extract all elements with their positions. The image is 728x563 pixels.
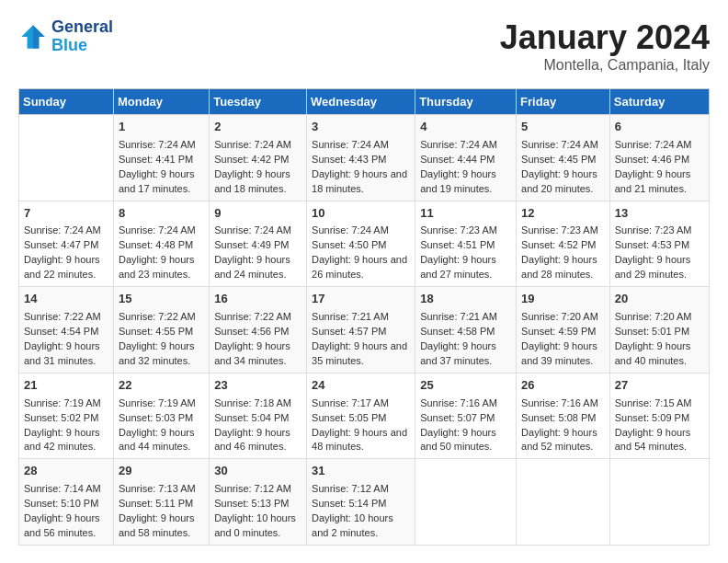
calendar-cell: 27Sunrise: 7:15 AMSunset: 5:09 PMDayligh… — [609, 373, 709, 459]
sunrise-text: Sunrise: 7:12 AM — [214, 483, 291, 494]
day-number: 10 — [312, 205, 410, 223]
calendar-week-row: 28Sunrise: 7:14 AMSunset: 5:10 PMDayligh… — [19, 459, 710, 546]
day-number: 22 — [119, 377, 204, 395]
logo: General Blue — [18, 18, 113, 55]
sunrise-text: Sunrise: 7:24 AM — [24, 224, 101, 236]
sunrise-text: Sunrise: 7:14 AM — [24, 483, 101, 494]
calendar-cell: 30Sunrise: 7:12 AMSunset: 5:13 PMDayligh… — [210, 459, 307, 546]
calendar-cell: 17Sunrise: 7:21 AMSunset: 4:57 PMDayligh… — [307, 287, 415, 373]
daylight-text: Daylight: 9 hours and 35 minutes. — [312, 340, 407, 366]
day-number: 2 — [214, 119, 301, 136]
day-number: 25 — [420, 377, 511, 395]
daylight-text: Daylight: 9 hours and 18 minutes. — [312, 168, 407, 194]
calendar-cell — [415, 459, 517, 546]
calendar-cell: 20Sunrise: 7:20 AMSunset: 5:01 PMDayligh… — [609, 287, 709, 373]
day-number: 26 — [521, 377, 605, 395]
sunrise-text: Sunrise: 7:21 AM — [420, 311, 497, 322]
logo-icon — [18, 22, 48, 52]
daylight-text: Daylight: 9 hours and 31 minutes. — [24, 340, 100, 366]
calendar-cell: 24Sunrise: 7:17 AMSunset: 5:05 PMDayligh… — [307, 373, 415, 459]
sunrise-text: Sunrise: 7:24 AM — [420, 139, 497, 150]
sunset-text: Sunset: 5:02 PM — [24, 412, 98, 423]
sunrise-text: Sunrise: 7:19 AM — [119, 397, 196, 408]
day-number: 4 — [420, 119, 511, 136]
sunrise-text: Sunrise: 7:19 AM — [24, 397, 101, 408]
sunset-text: Sunset: 4:51 PM — [420, 239, 495, 250]
sunset-text: Sunset: 4:56 PM — [214, 326, 289, 337]
sunset-text: Sunset: 4:53 PM — [615, 239, 689, 250]
calendar-cell: 9Sunrise: 7:24 AMSunset: 4:49 PMDaylight… — [210, 201, 307, 287]
day-header: Monday — [113, 89, 209, 115]
calendar-cell: 5Sunrise: 7:24 AMSunset: 4:45 PMDaylight… — [517, 115, 610, 201]
sunset-text: Sunset: 4:52 PM — [521, 239, 596, 250]
sunrise-text: Sunrise: 7:21 AM — [312, 311, 389, 322]
calendar-cell: 25Sunrise: 7:16 AMSunset: 5:07 PMDayligh… — [415, 373, 517, 459]
sunset-text: Sunset: 4:48 PM — [119, 239, 193, 250]
day-number: 14 — [24, 291, 108, 308]
calendar-table: SundayMondayTuesdayWednesdayThursdayFrid… — [18, 88, 710, 546]
sunrise-text: Sunrise: 7:12 AM — [312, 483, 389, 494]
daylight-text: Daylight: 10 hours and 0 minutes. — [214, 512, 296, 538]
day-number: 3 — [312, 119, 410, 136]
calendar-cell: 7Sunrise: 7:24 AMSunset: 4:47 PMDaylight… — [19, 201, 114, 287]
calendar-cell: 18Sunrise: 7:21 AMSunset: 4:58 PMDayligh… — [415, 287, 517, 373]
sunrise-text: Sunrise: 7:24 AM — [521, 139, 598, 150]
daylight-text: Daylight: 9 hours and 40 minutes. — [615, 340, 691, 366]
header-row: SundayMondayTuesdayWednesdayThursdayFrid… — [19, 89, 710, 115]
calendar-cell: 19Sunrise: 7:20 AMSunset: 4:59 PMDayligh… — [517, 287, 610, 373]
sunset-text: Sunset: 4:50 PM — [312, 239, 386, 250]
daylight-text: Daylight: 9 hours and 19 minutes. — [420, 168, 496, 194]
sunrise-text: Sunrise: 7:23 AM — [420, 224, 497, 236]
day-number: 16 — [214, 291, 301, 308]
calendar-cell: 3Sunrise: 7:24 AMSunset: 4:43 PMDaylight… — [307, 115, 415, 201]
daylight-text: Daylight: 9 hours and 27 minutes. — [420, 254, 496, 280]
sunset-text: Sunset: 4:45 PM — [521, 154, 596, 165]
day-number: 15 — [119, 291, 204, 308]
sunrise-text: Sunrise: 7:20 AM — [521, 311, 598, 322]
day-number: 24 — [312, 377, 410, 395]
calendar-cell: 22Sunrise: 7:19 AMSunset: 5:03 PMDayligh… — [113, 373, 209, 459]
sunrise-text: Sunrise: 7:22 AM — [214, 311, 291, 322]
calendar-cell — [19, 115, 114, 201]
sunset-text: Sunset: 5:13 PM — [214, 498, 289, 509]
day-number: 6 — [615, 119, 704, 136]
calendar-week-row: 21Sunrise: 7:19 AMSunset: 5:02 PMDayligh… — [19, 373, 710, 459]
daylight-text: Daylight: 9 hours and 37 minutes. — [420, 340, 496, 366]
sunset-text: Sunset: 5:10 PM — [24, 498, 98, 509]
day-number: 11 — [420, 205, 511, 223]
calendar-cell: 28Sunrise: 7:14 AMSunset: 5:10 PMDayligh… — [19, 459, 114, 546]
daylight-text: Daylight: 9 hours and 32 minutes. — [119, 340, 195, 366]
calendar-cell: 6Sunrise: 7:24 AMSunset: 4:46 PMDaylight… — [609, 115, 709, 201]
sunrise-text: Sunrise: 7:24 AM — [214, 139, 291, 150]
daylight-text: Daylight: 9 hours and 17 minutes. — [119, 168, 195, 194]
location-title: Montella, Campania, Italy — [500, 57, 710, 74]
sunrise-text: Sunrise: 7:24 AM — [119, 139, 196, 150]
calendar-cell: 13Sunrise: 7:23 AMSunset: 4:53 PMDayligh… — [609, 201, 709, 287]
daylight-text: Daylight: 9 hours and 23 minutes. — [119, 254, 195, 280]
calendar-cell: 1Sunrise: 7:24 AMSunset: 4:41 PMDaylight… — [113, 115, 209, 201]
month-title: January 2024 — [500, 18, 710, 57]
sunrise-text: Sunrise: 7:24 AM — [312, 139, 389, 150]
sunrise-text: Sunrise: 7:24 AM — [119, 224, 196, 236]
daylight-text: Daylight: 9 hours and 22 minutes. — [24, 254, 100, 280]
day-header: Friday — [517, 89, 610, 115]
daylight-text: Daylight: 9 hours and 58 minutes. — [119, 512, 195, 538]
sunset-text: Sunset: 4:59 PM — [521, 326, 596, 337]
sunrise-text: Sunrise: 7:23 AM — [615, 224, 692, 236]
sunset-text: Sunset: 4:49 PM — [214, 239, 289, 250]
calendar-cell — [609, 459, 709, 546]
day-number: 13 — [615, 205, 704, 223]
daylight-text: Daylight: 9 hours and 54 minutes. — [615, 427, 691, 453]
calendar-week-row: 1Sunrise: 7:24 AMSunset: 4:41 PMDaylight… — [19, 115, 710, 201]
sunrise-text: Sunrise: 7:24 AM — [312, 224, 389, 236]
calendar-cell: 16Sunrise: 7:22 AMSunset: 4:56 PMDayligh… — [210, 287, 307, 373]
calendar-cell: 8Sunrise: 7:24 AMSunset: 4:48 PMDaylight… — [113, 201, 209, 287]
daylight-text: Daylight: 9 hours and 29 minutes. — [615, 254, 691, 280]
daylight-text: Daylight: 9 hours and 46 minutes. — [214, 427, 290, 453]
day-number: 7 — [24, 205, 108, 223]
calendar-cell: 14Sunrise: 7:22 AMSunset: 4:54 PMDayligh… — [19, 287, 114, 373]
sunrise-text: Sunrise: 7:20 AM — [615, 311, 692, 322]
daylight-text: Daylight: 9 hours and 39 minutes. — [521, 340, 597, 366]
sunrise-text: Sunrise: 7:24 AM — [615, 139, 692, 150]
sunset-text: Sunset: 5:01 PM — [615, 326, 689, 337]
